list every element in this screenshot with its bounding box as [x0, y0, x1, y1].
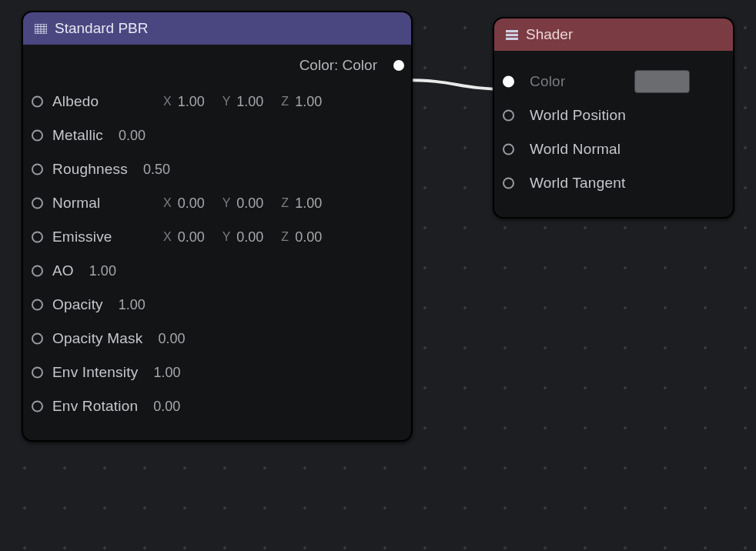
input-socket[interactable] — [32, 130, 43, 142]
node-body: Color: Color AlbedoX1.00Y1.00Z1.00Metall… — [23, 45, 411, 440]
input-label: Normal — [37, 195, 152, 212]
input-socket[interactable] — [32, 198, 43, 209]
value-field[interactable]: 1.00 — [295, 195, 329, 212]
output-color: Color: Color — [37, 57, 397, 74]
input-row: World Tangent — [508, 166, 719, 200]
value-field[interactable]: 0.00 — [236, 195, 270, 212]
input-label: Roughness — [37, 161, 128, 178]
input-label: World Normal — [508, 141, 624, 158]
node-header[interactable]: Shader — [494, 18, 733, 51]
input-row: AO1.00 — [37, 254, 397, 288]
input-row: Env Rotation0.00 — [37, 389, 397, 423]
axis-label: X — [163, 196, 172, 210]
value-field[interactable]: 0.50 — [143, 162, 177, 178]
value-field[interactable]: 1.00 — [119, 297, 152, 313]
value-field[interactable]: 1.00 — [89, 263, 123, 279]
input-socket[interactable] — [32, 367, 43, 379]
axis-label: Z — [281, 196, 289, 210]
axis-label: X — [163, 95, 172, 109]
value-field[interactable]: 0.00 — [119, 128, 152, 144]
input-socket[interactable] — [32, 299, 43, 311]
node-header[interactable]: Standard PBR — [23, 12, 411, 45]
input-row: Opacity Mask0.00 — [37, 322, 397, 356]
layers-icon — [505, 29, 518, 40]
input-socket[interactable] — [503, 76, 514, 88]
input-label: Emissive — [37, 229, 152, 245]
axis-label: Y — [222, 230, 231, 244]
input-socket[interactable] — [32, 96, 43, 108]
axis-label: Z — [281, 230, 289, 244]
node-shader[interactable]: Shader ColorWorld PositionWorld NormalWo… — [493, 17, 734, 219]
input-label: Metallic — [37, 127, 103, 144]
value-field[interactable]: 0.00 — [295, 229, 329, 245]
node-body: ColorWorld PositionWorld NormalWorld Tan… — [494, 51, 733, 217]
input-row: Metallic0.00 — [37, 119, 397, 152]
input-label: World Position — [508, 107, 626, 124]
input-socket[interactable] — [32, 401, 43, 412]
input-row: World Normal — [508, 132, 719, 166]
input-label: World Tangent — [508, 175, 625, 192]
grid-icon — [34, 23, 47, 34]
input-socket[interactable] — [32, 232, 43, 243]
input-socket[interactable] — [503, 110, 514, 122]
node-title: Standard PBR — [55, 20, 148, 37]
output-socket[interactable] — [393, 60, 404, 71]
input-socket[interactable] — [32, 164, 43, 175]
axis-label: Z — [281, 95, 289, 109]
node-title: Shader — [526, 26, 573, 43]
input-socket[interactable] — [503, 178, 514, 189]
input-socket[interactable] — [503, 144, 514, 155]
svg-rect-9 — [506, 37, 518, 39]
value-field[interactable]: 1.00 — [236, 94, 270, 110]
value-field[interactable]: 0.00 — [153, 399, 187, 415]
input-row: AlbedoX1.00Y1.00Z1.00 — [37, 85, 397, 119]
node-standard-pbr[interactable]: Standard PBR Color: Color AlbedoX1.00Y1.… — [22, 11, 413, 442]
output-label: Color: Color — [299, 57, 377, 73]
input-row: Opacity1.00 — [37, 288, 397, 322]
svg-rect-8 — [506, 33, 518, 35]
input-label: Opacity Mask — [37, 330, 143, 347]
input-label: Env Rotation — [37, 398, 138, 415]
input-row: Roughness0.50 — [37, 152, 397, 186]
input-row: EmissiveX0.00Y0.00Z0.00 — [37, 220, 397, 254]
value-field[interactable]: 1.00 — [153, 365, 187, 381]
color-swatch[interactable] — [634, 70, 690, 93]
axis-label: Y — [222, 196, 231, 210]
input-row: World Position — [508, 99, 719, 132]
axis-label: X — [163, 230, 172, 244]
input-socket[interactable] — [32, 333, 43, 345]
input-label: Opacity — [37, 296, 103, 313]
input-label: Color — [508, 73, 624, 90]
value-field[interactable]: 0.00 — [178, 195, 212, 212]
value-field[interactable]: 0.00 — [178, 229, 212, 245]
input-label: Albedo — [37, 93, 152, 110]
input-row: NormalX0.00Y0.00Z1.00 — [37, 186, 397, 220]
input-socket[interactable] — [32, 265, 43, 277]
value-field[interactable]: 1.00 — [295, 94, 329, 110]
input-row: Env Intensity1.00 — [37, 356, 397, 389]
value-field[interactable]: 0.00 — [236, 229, 270, 245]
value-field[interactable]: 1.00 — [178, 94, 212, 110]
input-row: Color — [508, 65, 719, 99]
axis-label: Y — [222, 95, 231, 109]
input-label: Env Intensity — [37, 364, 138, 381]
value-field[interactable]: 0.00 — [159, 331, 192, 347]
svg-rect-7 — [506, 30, 518, 32]
